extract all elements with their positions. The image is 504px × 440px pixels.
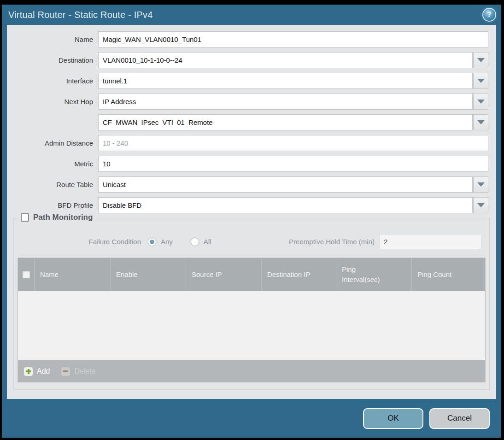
metric-input[interactable] bbox=[98, 156, 488, 172]
bfd-profile-label: BFD Profile bbox=[7, 201, 98, 209]
column-header-ping-count: Ping Count bbox=[411, 258, 485, 291]
admin-distance-input[interactable] bbox=[98, 135, 488, 151]
form-row-destination: Destination bbox=[7, 52, 488, 68]
chevron-down-icon bbox=[477, 100, 485, 104]
form-row-interface: Interface bbox=[7, 73, 488, 89]
chevron-down-icon bbox=[477, 203, 485, 207]
route-table-label: Route Table bbox=[7, 181, 98, 188]
next-hop-type-input[interactable] bbox=[98, 94, 473, 110]
admin-distance-label: Admin Distance bbox=[7, 139, 98, 147]
preemptive-hold-time-label: Preemptive Hold Time (min) bbox=[289, 238, 375, 246]
titlebar: Virtual Router - Static Route - IPv4 ? bbox=[2, 5, 501, 25]
route-table-input[interactable] bbox=[98, 176, 473, 193]
column-header-destination-ip: Destination IP bbox=[261, 258, 336, 291]
add-button[interactable]: Add bbox=[23, 367, 50, 376]
failure-condition-row: Failure Condition Any All Preemptive Hol… bbox=[18, 234, 486, 249]
form-row-admin-distance: Admin Distance bbox=[7, 135, 488, 151]
bfd-profile-dropdown-button[interactable] bbox=[473, 197, 488, 213]
form-row-bfd-profile: BFD Profile bbox=[7, 197, 488, 213]
chevron-down-icon bbox=[477, 182, 485, 187]
interface-dropdown-button[interactable] bbox=[473, 73, 488, 89]
preemptive-hold-time-input[interactable] bbox=[379, 234, 482, 249]
name-label: Name bbox=[7, 35, 98, 43]
destination-label: Destination bbox=[7, 56, 98, 64]
failure-condition-radio-any[interactable] bbox=[147, 237, 157, 246]
ok-button[interactable]: OK bbox=[363, 408, 423, 429]
delete-button[interactable]: Delete bbox=[61, 367, 95, 376]
chevron-down-icon bbox=[477, 79, 485, 83]
route-table-dropdown-button[interactable] bbox=[473, 176, 488, 193]
metric-label: Metric bbox=[7, 160, 98, 168]
page-title: Virtual Router - Static Route - IPv4 bbox=[8, 10, 153, 20]
name-input[interactable] bbox=[98, 31, 488, 47]
column-header-name: Name bbox=[34, 258, 110, 291]
next-hop-address-dropdown-button[interactable] bbox=[473, 114, 488, 130]
path-monitoring-section: Path Monitoring Failure Condition Any Al… bbox=[13, 218, 490, 390]
radio-any-label: Any bbox=[161, 238, 173, 246]
chevron-down-icon bbox=[477, 58, 485, 62]
column-header-ping-interval: Ping Interval(sec) bbox=[336, 258, 411, 291]
interface-label: Interface bbox=[7, 77, 98, 85]
form-row-metric: Metric bbox=[7, 156, 488, 172]
path-monitoring-checkbox[interactable] bbox=[21, 213, 29, 222]
table-header-checkbox-cell bbox=[18, 258, 34, 291]
failure-condition-radio-all[interactable] bbox=[190, 237, 199, 246]
destination-dropdown-button[interactable] bbox=[473, 52, 488, 68]
dialog-content: Name Destination Interface bbox=[7, 25, 496, 399]
destination-input[interactable] bbox=[98, 52, 473, 68]
dialog-footer: OK Cancel bbox=[2, 399, 501, 438]
path-monitoring-legend: Path Monitoring bbox=[18, 213, 96, 222]
bfd-profile-input[interactable] bbox=[98, 197, 473, 213]
table-body-empty bbox=[18, 291, 485, 360]
table-header-row: Name Enable Source IP Destination IP Pin… bbox=[18, 258, 485, 291]
cancel-button[interactable]: Cancel bbox=[429, 408, 490, 429]
dialog-window: Virtual Router - Static Route - IPv4 ? N… bbox=[2, 5, 501, 438]
select-all-checkbox[interactable] bbox=[23, 271, 30, 278]
table-footer: Add Delete bbox=[18, 360, 485, 382]
form-row-name: Name bbox=[7, 31, 488, 47]
failure-condition-label: Failure Condition bbox=[18, 238, 141, 246]
form-row-route-table: Route Table bbox=[7, 176, 488, 193]
radio-all-label: All bbox=[204, 238, 211, 246]
next-hop-label: Next Hop bbox=[7, 98, 98, 106]
column-header-enable: Enable bbox=[110, 258, 186, 291]
path-monitoring-title: Path Monitoring bbox=[33, 213, 93, 222]
interface-input[interactable] bbox=[98, 73, 473, 89]
path-monitoring-table: Name Enable Source IP Destination IP Pin… bbox=[18, 258, 486, 382]
help-icon[interactable]: ? bbox=[483, 9, 495, 21]
chevron-down-icon bbox=[477, 120, 485, 124]
form-row-next-hop: Next Hop bbox=[7, 94, 488, 110]
next-hop-type-dropdown-button[interactable] bbox=[473, 94, 488, 110]
column-header-source-ip: Source IP bbox=[186, 258, 261, 291]
delete-icon bbox=[61, 367, 70, 376]
form-row-next-hop-value bbox=[7, 114, 488, 130]
add-icon bbox=[23, 367, 33, 376]
next-hop-address-input[interactable] bbox=[98, 114, 473, 130]
